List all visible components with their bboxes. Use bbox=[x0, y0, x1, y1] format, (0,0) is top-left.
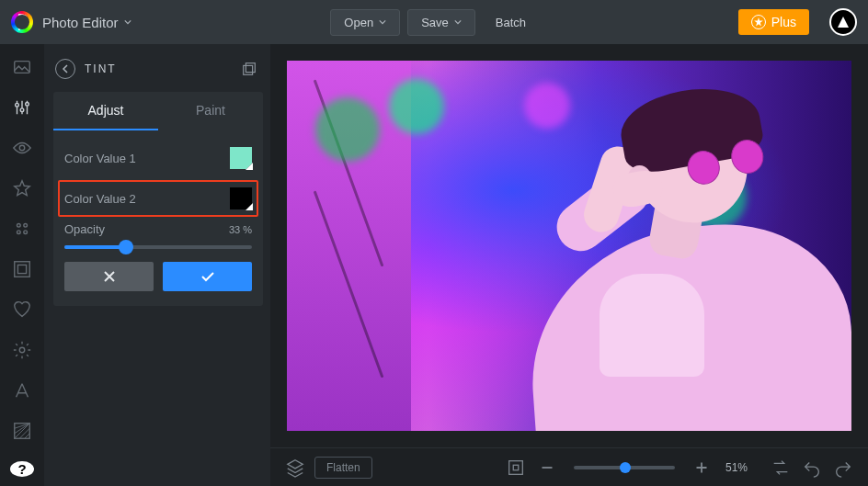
undo-icon[interactable] bbox=[800, 456, 824, 480]
image-tool-icon[interactable] bbox=[12, 57, 32, 77]
save-button[interactable]: Save bbox=[407, 9, 475, 36]
zoom-slider[interactable] bbox=[574, 466, 675, 469]
svg-rect-0 bbox=[15, 62, 30, 73]
account-avatar[interactable] bbox=[829, 8, 857, 36]
adjust-tool-icon[interactable] bbox=[12, 97, 32, 118]
star-tool-icon[interactable] bbox=[12, 178, 32, 198]
batch-button[interactable]: Batch bbox=[483, 9, 539, 36]
color1-swatch[interactable] bbox=[230, 147, 252, 169]
tab-adjust-label: Adjust bbox=[88, 103, 124, 118]
gear-tool-icon[interactable] bbox=[12, 340, 32, 360]
redo-icon[interactable] bbox=[831, 456, 855, 480]
zoom-out-icon[interactable] bbox=[535, 456, 559, 480]
opacity-value: 33 % bbox=[229, 224, 252, 235]
zoom-readout: 51% bbox=[721, 461, 752, 474]
color-value-1-row: Color Value 1 bbox=[64, 138, 252, 178]
chevron-down-icon bbox=[124, 18, 131, 26]
photo-canvas bbox=[287, 61, 851, 431]
fit-screen-icon[interactable] bbox=[504, 456, 528, 480]
opacity-slider-thumb[interactable] bbox=[119, 240, 133, 254]
svg-rect-16 bbox=[513, 465, 519, 470]
batch-label: Batch bbox=[496, 16, 526, 29]
color2-swatch[interactable] bbox=[230, 187, 252, 209]
top-bar: Photo Editor Open Save Batch Plus bbox=[0, 0, 868, 44]
check-icon bbox=[200, 268, 216, 285]
app-mode-dropdown[interactable]: Photo Editor bbox=[42, 15, 131, 30]
svg-rect-10 bbox=[17, 265, 26, 273]
avatar-glyph bbox=[838, 17, 849, 28]
tab-paint[interactable]: Paint bbox=[158, 92, 263, 130]
svg-point-7 bbox=[17, 231, 21, 234]
graphics-tool-icon[interactable] bbox=[12, 219, 32, 239]
color2-label: Color Value 2 bbox=[64, 192, 230, 206]
svg-rect-14 bbox=[244, 65, 253, 74]
opacity-row: Opacity 33 % bbox=[64, 219, 252, 238]
compare-icon[interactable] bbox=[769, 456, 793, 480]
frame-tool-icon[interactable] bbox=[12, 259, 32, 279]
flatten-label: Flatten bbox=[326, 461, 360, 474]
top-center-buttons: Open Save Batch bbox=[330, 9, 539, 36]
svg-point-1 bbox=[16, 103, 19, 107]
save-label: Save bbox=[421, 16, 449, 29]
tool-sidebar: ? bbox=[0, 44, 44, 486]
help-button[interactable]: ? bbox=[10, 461, 34, 477]
canvas-viewport[interactable] bbox=[270, 44, 868, 447]
panel-title: TINT bbox=[85, 62, 117, 75]
app-mode-label: Photo Editor bbox=[42, 15, 119, 30]
tab-paint-label: Paint bbox=[196, 103, 225, 118]
open-label: Open bbox=[344, 16, 373, 29]
layers-copy-icon[interactable] bbox=[241, 61, 257, 77]
svg-rect-13 bbox=[246, 63, 255, 73]
panel-tabs: Adjust Paint bbox=[53, 92, 263, 130]
tab-adjust[interactable]: Adjust bbox=[53, 92, 158, 130]
plus-label: Plus bbox=[771, 15, 796, 29]
color1-label: Color Value 1 bbox=[64, 152, 230, 165]
zoom-in-icon[interactable] bbox=[690, 456, 714, 480]
upgrade-plus-button[interactable]: Plus bbox=[738, 9, 809, 35]
color-value-2-row: Color Value 2 bbox=[64, 178, 252, 219]
svg-point-11 bbox=[19, 347, 25, 353]
eye-tool-icon[interactable] bbox=[12, 138, 32, 158]
effect-panel: TINT Adjust Paint Color Value 1 Color Va… bbox=[44, 44, 270, 486]
texture-tool-icon[interactable] bbox=[12, 421, 32, 441]
svg-point-2 bbox=[20, 108, 24, 112]
chevron-down-icon bbox=[454, 18, 462, 26]
cancel-button[interactable] bbox=[64, 262, 154, 291]
svg-point-5 bbox=[17, 224, 21, 228]
svg-point-8 bbox=[24, 231, 28, 234]
open-button[interactable]: Open bbox=[330, 9, 400, 36]
svg-rect-15 bbox=[509, 460, 523, 474]
star-icon bbox=[751, 15, 766, 29]
layers-icon[interactable] bbox=[283, 456, 307, 480]
main-area: ? TINT Adjust Paint Color Value 1 bbox=[0, 44, 868, 486]
back-button[interactable] bbox=[55, 59, 75, 79]
panel-header: TINT bbox=[53, 55, 263, 92]
svg-point-4 bbox=[19, 145, 25, 151]
chevron-down-icon bbox=[379, 18, 386, 26]
app-logo[interactable] bbox=[11, 11, 33, 33]
arrow-left-icon bbox=[60, 63, 71, 74]
svg-point-3 bbox=[26, 103, 29, 107]
opacity-slider[interactable] bbox=[64, 245, 252, 249]
heart-tool-icon[interactable] bbox=[12, 300, 32, 320]
opacity-label: Opacity bbox=[64, 222, 229, 236]
flatten-button[interactable]: Flatten bbox=[314, 457, 372, 479]
text-tool-icon[interactable] bbox=[12, 380, 32, 401]
canvas-column: Flatten 51% bbox=[270, 44, 868, 486]
svg-point-6 bbox=[24, 224, 28, 228]
close-icon bbox=[102, 269, 117, 284]
apply-button[interactable] bbox=[163, 262, 252, 291]
canvas-footer: Flatten 51% bbox=[270, 447, 868, 486]
zoom-slider-thumb[interactable] bbox=[620, 462, 631, 473]
svg-rect-9 bbox=[15, 262, 30, 277]
panel-body: Adjust Paint Color Value 1 Color Value 2… bbox=[53, 92, 263, 306]
